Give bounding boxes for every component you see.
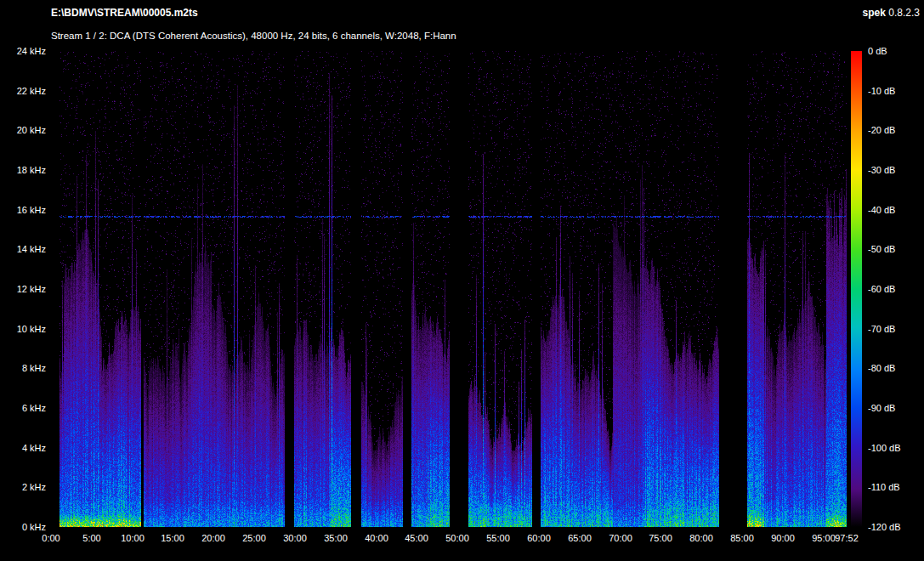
time-tick-label: 40:00: [365, 531, 388, 545]
time-tick-label: 10:00: [121, 531, 145, 545]
spek-window: E:\BDMV\STREAM\00005.m2ts spek 0.8.2.3 S…: [0, 0, 924, 561]
db-tick-label: -110 dB: [868, 481, 921, 493]
time-tick-label: 25:00: [242, 531, 266, 545]
db-tick-label: -70 dB: [868, 323, 921, 335]
time-tick-label: 50:00: [445, 531, 469, 545]
db-tick-label: -90 dB: [868, 402, 921, 414]
freq-tick-label: 8 kHz: [0, 362, 46, 374]
freq-tick-label: 24 kHz: [0, 45, 46, 57]
time-tick-label: 20:00: [201, 531, 225, 545]
freq-tick-label: 22 kHz: [0, 85, 46, 97]
freq-tick-label: 14 kHz: [0, 243, 46, 255]
db-tick-label: -20 dB: [868, 124, 921, 136]
freq-tick-label: 2 kHz: [0, 481, 46, 493]
db-tick-label: -80 dB: [868, 362, 921, 374]
app-version: 0.8.2.3: [888, 7, 920, 19]
freq-tick-label: 4 kHz: [0, 442, 46, 454]
time-tick-label: 15:00: [161, 531, 184, 545]
db-tick-label: -60 dB: [868, 283, 921, 295]
time-tick-label: 0:00: [42, 531, 60, 545]
freq-tick-label: 20 kHz: [0, 124, 46, 136]
time-tick-label: 97:52: [835, 531, 859, 545]
freq-tick-label: 6 kHz: [0, 402, 46, 414]
freq-tick-label: 12 kHz: [0, 283, 46, 295]
time-tick-label: 95:00: [812, 531, 836, 545]
db-axis: 0 dB -10 dB -20 dB -30 dB -40 dB -50 dB …: [868, 45, 921, 533]
db-tick-label: -120 dB: [868, 521, 921, 533]
time-tick-label: 85:00: [730, 531, 754, 545]
freq-tick-label: 16 kHz: [0, 204, 46, 216]
db-tick-label: -100 dB: [868, 442, 921, 454]
time-tick-label: 65:00: [568, 531, 592, 545]
time-tick-label: 30:00: [283, 531, 307, 545]
db-tick-label: 0 dB: [868, 45, 921, 57]
time-tick-label: 90:00: [771, 531, 795, 545]
db-colorbar: [851, 51, 862, 527]
time-tick-label: 55:00: [486, 531, 510, 545]
freq-tick-label: 0 kHz: [0, 521, 46, 533]
time-tick-label: 60:00: [527, 531, 551, 545]
db-tick-label: -40 dB: [868, 204, 921, 216]
time-tick-label: 80:00: [689, 531, 713, 545]
time-tick-label: 5:00: [82, 531, 100, 545]
frequency-axis: 24 kHz 22 kHz 20 kHz 18 kHz 16 kHz 14 kH…: [0, 45, 46, 533]
db-tick-label: -30 dB: [868, 164, 921, 176]
stream-info: Stream 1 / 2: DCA (DTS Coherent Acoustic…: [51, 31, 456, 41]
time-tick-label: 70:00: [609, 531, 632, 545]
freq-tick-label: 18 kHz: [0, 164, 46, 176]
time-tick-label: 75:00: [649, 531, 672, 545]
time-tick-label: 35:00: [324, 531, 348, 545]
app-name: spek: [863, 7, 886, 19]
file-path-title: E:\BDMV\STREAM\00005.m2ts: [51, 7, 198, 19]
time-axis: 0:00 5:00 10:00 15:00 20:00 25:00 30:00 …: [51, 531, 847, 545]
db-tick-label: -50 dB: [868, 243, 921, 255]
time-tick-label: 45:00: [405, 531, 428, 545]
db-tick-label: -10 dB: [868, 85, 921, 97]
freq-tick-label: 10 kHz: [0, 323, 46, 335]
app-brand: spek 0.8.2.3: [863, 7, 920, 19]
spectrogram-canvas: [51, 51, 847, 527]
